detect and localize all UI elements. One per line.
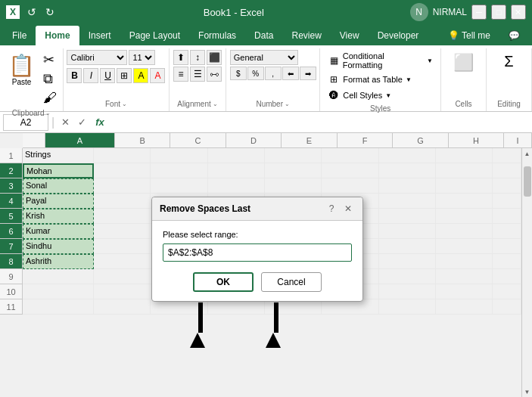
list-item[interactable]: [493, 194, 521, 209]
list-item[interactable]: [436, 224, 493, 239]
align-center-button[interactable]: ☰: [190, 67, 205, 82]
col-header-a[interactable]: A: [45, 133, 115, 148]
list-item[interactable]: Payal: [23, 194, 94, 209]
user-avatar[interactable]: N: [410, 3, 428, 21]
list-item[interactable]: [265, 163, 322, 178]
row-header-4[interactable]: 4: [0, 194, 23, 209]
row-header-7[interactable]: 7: [0, 239, 23, 254]
list-item[interactable]: [379, 254, 436, 269]
list-item[interactable]: [436, 178, 493, 194]
list-item[interactable]: [94, 178, 151, 194]
vertical-scrollbar[interactable]: ▲ ▼: [521, 148, 532, 397]
list-item[interactable]: Sonal: [23, 178, 94, 194]
minimize-button[interactable]: ─: [471, 5, 487, 20]
undo-button[interactable]: ↺: [24, 5, 39, 20]
list-item[interactable]: [379, 284, 436, 299]
list-item[interactable]: [436, 254, 493, 269]
col-header-h[interactable]: H: [449, 133, 504, 148]
list-item[interactable]: [208, 178, 265, 194]
list-item[interactable]: [151, 148, 207, 163]
currency-button[interactable]: $: [230, 67, 247, 80]
align-middle-button[interactable]: ↕: [190, 50, 205, 65]
bold-button[interactable]: B: [67, 68, 82, 83]
list-item[interactable]: [436, 148, 493, 163]
list-item[interactable]: [322, 163, 378, 178]
tab-review[interactable]: Review: [282, 26, 330, 45]
row-header-5[interactable]: 5: [0, 209, 23, 224]
list-item[interactable]: [151, 163, 207, 178]
number-format-select[interactable]: General: [230, 50, 298, 65]
dialog-ok-button[interactable]: OK: [193, 272, 254, 292]
list-item[interactable]: [379, 209, 436, 224]
list-item[interactable]: [493, 299, 521, 315]
list-item[interactable]: [436, 269, 493, 284]
merge-button[interactable]: ⧟: [207, 67, 222, 82]
list-item[interactable]: [493, 269, 521, 284]
col-header-b[interactable]: B: [115, 133, 170, 148]
tab-data[interactable]: Data: [245, 26, 282, 45]
tab-view[interactable]: View: [331, 26, 369, 45]
list-item[interactable]: [379, 299, 436, 315]
list-item[interactable]: [379, 178, 436, 194]
tab-home[interactable]: Home: [36, 26, 79, 45]
maximize-button[interactable]: □: [491, 5, 506, 20]
list-item[interactable]: [265, 178, 322, 194]
list-item[interactable]: [322, 148, 378, 163]
list-item[interactable]: [23, 269, 94, 284]
decrease-decimal-button[interactable]: ⬅: [282, 67, 299, 80]
list-item[interactable]: [94, 269, 151, 284]
cell-styles-button[interactable]: 🅐 Cell Styles ▼: [325, 88, 394, 103]
col-header-f[interactable]: F: [338, 133, 393, 148]
percent-button[interactable]: %: [247, 67, 264, 80]
format-as-table-button[interactable]: ⊞ Format as Table ▼: [325, 72, 415, 87]
dialog-help-button[interactable]: ?: [325, 202, 338, 216]
conditional-formatting-button[interactable]: ▦ Conditional Formatting ▼: [325, 50, 436, 71]
scroll-down-button[interactable]: ▼: [522, 386, 533, 397]
tab-tell-me[interactable]: 💡 Tell me: [439, 26, 499, 45]
border-button[interactable]: ⊞: [117, 68, 132, 83]
list-item[interactable]: Kumar: [23, 224, 94, 239]
align-top-button[interactable]: ⬆: [173, 50, 188, 65]
list-item[interactable]: [94, 194, 151, 209]
list-item[interactable]: [265, 148, 322, 163]
list-item[interactable]: [379, 194, 436, 209]
share-button[interactable]: 💬: [499, 26, 529, 45]
scroll-thumb[interactable]: [524, 166, 531, 197]
list-item[interactable]: [436, 284, 493, 299]
row-header-8[interactable]: 8: [0, 254, 23, 269]
tab-developer[interactable]: Developer: [369, 26, 428, 45]
list-item[interactable]: [151, 178, 207, 194]
redo-button[interactable]: ↻: [42, 5, 58, 20]
list-item[interactable]: [322, 178, 378, 194]
paste-button[interactable]: 📋 Paste: [4, 50, 39, 107]
col-header-g[interactable]: G: [393, 133, 448, 148]
highlight-button[interactable]: A: [133, 68, 148, 83]
list-item[interactable]: [436, 163, 493, 178]
list-item[interactable]: [94, 163, 151, 178]
list-item[interactable]: [493, 163, 521, 178]
font-color-button[interactable]: A: [150, 68, 165, 83]
clipboard-expand-icon[interactable]: ⌄: [45, 110, 51, 116]
list-item[interactable]: [94, 284, 151, 299]
row-header-10[interactable]: 10: [0, 284, 23, 299]
formula-input[interactable]: [110, 114, 529, 131]
list-item[interactable]: [493, 284, 521, 299]
row-header-2[interactable]: 2: [0, 163, 23, 178]
list-item[interactable]: [23, 284, 94, 299]
list-item[interactable]: [379, 163, 436, 178]
format-painter-button[interactable]: 🖌: [41, 88, 59, 107]
increase-decimal-button[interactable]: ➡: [300, 67, 316, 80]
tab-insert[interactable]: Insert: [79, 26, 120, 45]
fx-label[interactable]: fx: [92, 116, 107, 128]
dialog-cancel-button[interactable]: Cancel: [261, 272, 322, 292]
list-item[interactable]: [436, 194, 493, 209]
close-button[interactable]: ✕: [511, 5, 526, 20]
list-item[interactable]: [94, 224, 151, 239]
list-item[interactable]: [379, 269, 436, 284]
underline-button[interactable]: U: [100, 68, 115, 83]
col-header-d[interactable]: D: [226, 133, 282, 148]
number-expand-icon[interactable]: ⌄: [285, 101, 290, 107]
font-family-select[interactable]: Calibri: [67, 50, 127, 65]
list-item[interactable]: [493, 178, 521, 194]
list-item[interactable]: Krish: [23, 209, 94, 224]
